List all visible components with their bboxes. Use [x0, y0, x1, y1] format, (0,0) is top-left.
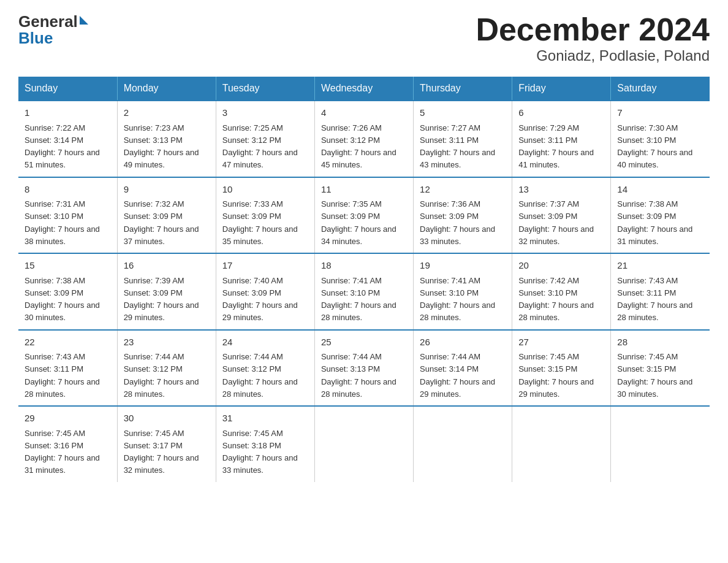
day-number: 11 [321, 183, 407, 197]
day-number: 3 [222, 106, 308, 120]
day-number: 8 [25, 183, 111, 197]
table-row: 16 Sunrise: 7:39 AMSunset: 3:09 PMDaylig… [117, 253, 216, 330]
calendar-week-row: 15 Sunrise: 7:38 AMSunset: 3:09 PMDaylig… [18, 253, 710, 330]
day-number: 7 [617, 106, 703, 120]
day-info: Sunrise: 7:40 AMSunset: 3:09 PMDaylight:… [222, 276, 298, 323]
logo-triangle-icon [80, 16, 88, 25]
day-info: Sunrise: 7:33 AMSunset: 3:09 PMDaylight:… [222, 199, 298, 246]
table-row: 15 Sunrise: 7:38 AMSunset: 3:09 PMDaylig… [18, 253, 117, 330]
day-info: Sunrise: 7:43 AMSunset: 3:11 PMDaylight:… [25, 352, 100, 399]
table-row: 18 Sunrise: 7:41 AMSunset: 3:10 PMDaylig… [314, 253, 413, 330]
day-number: 12 [420, 183, 506, 197]
col-tuesday: Tuesday [216, 77, 314, 101]
col-sunday: Sunday [18, 77, 117, 101]
day-info: Sunrise: 7:42 AMSunset: 3:10 PMDaylight:… [518, 276, 594, 323]
table-row: 22 Sunrise: 7:43 AMSunset: 3:11 PMDaylig… [18, 330, 117, 407]
table-row: 27 Sunrise: 7:45 AMSunset: 3:15 PMDaylig… [512, 330, 611, 407]
day-info: Sunrise: 7:43 AMSunset: 3:11 PMDaylight:… [617, 276, 692, 323]
col-monday: Monday [117, 77, 216, 101]
table-row: 14 Sunrise: 7:38 AMSunset: 3:09 PMDaylig… [611, 177, 710, 254]
day-info: Sunrise: 7:36 AMSunset: 3:09 PMDaylight:… [420, 199, 495, 246]
day-info: Sunrise: 7:44 AMSunset: 3:13 PMDaylight:… [321, 352, 396, 399]
calendar-title-block: December 2024 Goniadz, Podlasie, Poland [476, 12, 710, 64]
table-row: 13 Sunrise: 7:37 AMSunset: 3:09 PMDaylig… [512, 177, 611, 254]
day-info: Sunrise: 7:29 AMSunset: 3:11 PMDaylight:… [518, 123, 594, 170]
table-row: 28 Sunrise: 7:45 AMSunset: 3:15 PMDaylig… [611, 330, 710, 407]
day-number: 23 [124, 335, 210, 350]
table-row: 29 Sunrise: 7:45 AMSunset: 3:16 PMDaylig… [18, 406, 117, 482]
day-info: Sunrise: 7:31 AMSunset: 3:10 PMDaylight:… [25, 199, 100, 246]
table-row: 11 Sunrise: 7:35 AMSunset: 3:09 PMDaylig… [314, 177, 413, 254]
day-number: 16 [124, 259, 210, 273]
day-number: 4 [321, 106, 407, 120]
table-row [414, 406, 512, 482]
day-info: Sunrise: 7:45 AMSunset: 3:17 PMDaylight:… [124, 429, 199, 475]
day-number: 5 [420, 106, 506, 120]
day-info: Sunrise: 7:27 AMSunset: 3:11 PMDaylight:… [420, 123, 495, 170]
day-info: Sunrise: 7:45 AMSunset: 3:15 PMDaylight:… [617, 352, 692, 399]
day-number: 24 [222, 335, 308, 350]
day-number: 29 [25, 412, 111, 426]
table-row [314, 406, 413, 482]
day-number: 15 [25, 259, 111, 273]
logo-text-blue: Blue [18, 29, 53, 48]
day-number: 17 [222, 259, 308, 273]
day-number: 6 [518, 106, 604, 120]
table-row: 3 Sunrise: 7:25 AMSunset: 3:12 PMDayligh… [216, 101, 314, 177]
table-row: 6 Sunrise: 7:29 AMSunset: 3:11 PMDayligh… [512, 101, 611, 177]
day-number: 26 [420, 335, 506, 350]
col-wednesday: Wednesday [314, 77, 413, 101]
day-number: 20 [518, 259, 604, 273]
day-info: Sunrise: 7:25 AMSunset: 3:12 PMDaylight:… [222, 123, 298, 170]
table-row: 26 Sunrise: 7:44 AMSunset: 3:14 PMDaylig… [414, 330, 512, 407]
day-info: Sunrise: 7:22 AMSunset: 3:14 PMDaylight:… [25, 123, 100, 170]
day-number: 13 [518, 183, 604, 197]
table-row: 8 Sunrise: 7:31 AMSunset: 3:10 PMDayligh… [18, 177, 117, 254]
table-row: 23 Sunrise: 7:44 AMSunset: 3:12 PMDaylig… [117, 330, 216, 407]
calendar-month-year: December 2024 [476, 12, 710, 47]
day-info: Sunrise: 7:41 AMSunset: 3:10 PMDaylight:… [420, 276, 495, 323]
table-row: 1 Sunrise: 7:22 AMSunset: 3:14 PMDayligh… [18, 101, 117, 177]
table-row: 31 Sunrise: 7:45 AMSunset: 3:18 PMDaylig… [216, 406, 314, 482]
day-info: Sunrise: 7:44 AMSunset: 3:14 PMDaylight:… [420, 352, 495, 399]
day-number: 2 [124, 106, 210, 120]
day-number: 30 [124, 412, 210, 426]
calendar-week-row: 22 Sunrise: 7:43 AMSunset: 3:11 PMDaylig… [18, 330, 710, 407]
day-info: Sunrise: 7:44 AMSunset: 3:12 PMDaylight:… [222, 352, 298, 399]
col-friday: Friday [512, 77, 611, 101]
calendar-header-row: Sunday Monday Tuesday Wednesday Thursday… [18, 77, 710, 101]
table-row: 9 Sunrise: 7:32 AMSunset: 3:09 PMDayligh… [117, 177, 216, 254]
day-info: Sunrise: 7:41 AMSunset: 3:10 PMDaylight:… [321, 276, 396, 323]
day-number: 18 [321, 259, 407, 273]
col-saturday: Saturday [611, 77, 710, 101]
day-info: Sunrise: 7:44 AMSunset: 3:12 PMDaylight:… [124, 352, 199, 399]
day-number: 1 [25, 106, 111, 120]
day-number: 14 [617, 183, 703, 197]
day-info: Sunrise: 7:45 AMSunset: 3:16 PMDaylight:… [25, 429, 100, 475]
day-number: 25 [321, 335, 407, 350]
day-number: 28 [617, 335, 703, 350]
table-row: 4 Sunrise: 7:26 AMSunset: 3:12 PMDayligh… [314, 101, 413, 177]
table-row [512, 406, 611, 482]
day-number: 27 [518, 335, 604, 350]
calendar-week-row: 1 Sunrise: 7:22 AMSunset: 3:14 PMDayligh… [18, 101, 710, 177]
calendar-week-row: 8 Sunrise: 7:31 AMSunset: 3:10 PMDayligh… [18, 177, 710, 254]
table-row: 19 Sunrise: 7:41 AMSunset: 3:10 PMDaylig… [414, 253, 512, 330]
day-info: Sunrise: 7:45 AMSunset: 3:18 PMDaylight:… [222, 429, 298, 475]
day-number: 9 [124, 183, 210, 197]
day-info: Sunrise: 7:38 AMSunset: 3:09 PMDaylight:… [25, 276, 100, 323]
day-info: Sunrise: 7:23 AMSunset: 3:13 PMDaylight:… [124, 123, 199, 170]
day-number: 19 [420, 259, 506, 273]
table-row: 21 Sunrise: 7:43 AMSunset: 3:11 PMDaylig… [611, 253, 710, 330]
day-info: Sunrise: 7:38 AMSunset: 3:09 PMDaylight:… [617, 199, 692, 246]
table-row: 25 Sunrise: 7:44 AMSunset: 3:13 PMDaylig… [314, 330, 413, 407]
day-info: Sunrise: 7:30 AMSunset: 3:10 PMDaylight:… [617, 123, 692, 170]
day-info: Sunrise: 7:45 AMSunset: 3:15 PMDaylight:… [518, 352, 594, 399]
day-info: Sunrise: 7:37 AMSunset: 3:09 PMDaylight:… [518, 199, 594, 246]
table-row: 30 Sunrise: 7:45 AMSunset: 3:17 PMDaylig… [117, 406, 216, 482]
day-number: 10 [222, 183, 308, 197]
col-thursday: Thursday [414, 77, 512, 101]
day-number: 31 [222, 412, 308, 426]
table-row: 20 Sunrise: 7:42 AMSunset: 3:10 PMDaylig… [512, 253, 611, 330]
day-number: 22 [25, 335, 111, 350]
